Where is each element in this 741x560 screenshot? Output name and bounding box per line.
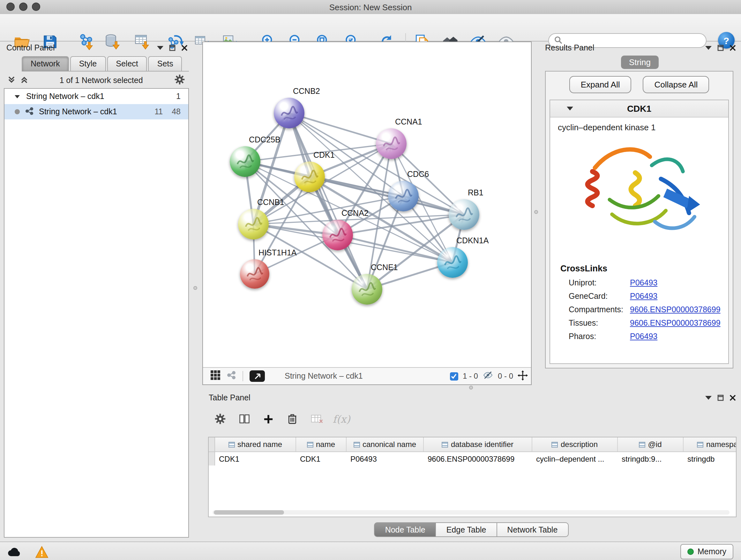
warning-icon[interactable] bbox=[33, 545, 50, 559]
delete-column-icon[interactable] bbox=[283, 410, 301, 428]
crosslink-link[interactable]: P06493 bbox=[630, 292, 657, 300]
tree-expander-icon[interactable] bbox=[15, 95, 20, 98]
float-panel-icon[interactable] bbox=[718, 392, 724, 403]
tab-edge-table[interactable]: Edge Table bbox=[435, 522, 497, 537]
network-type-icon bbox=[25, 106, 34, 117]
tab-network[interactable]: Network bbox=[22, 56, 69, 71]
protein-name: CDK1 bbox=[627, 104, 651, 114]
node-label-CDC6: CDC6 bbox=[407, 170, 429, 179]
table-panel-header: Table Panel bbox=[206, 391, 737, 405]
node-label-CCNA1: CCNA1 bbox=[395, 118, 422, 126]
collapse-all-icon[interactable] bbox=[8, 75, 15, 86]
panel-menu-icon[interactable] bbox=[705, 396, 712, 400]
open-in-new-button[interactable] bbox=[250, 370, 265, 382]
node-label-CCNE1: CCNE1 bbox=[371, 263, 398, 272]
network-canvas[interactable]: CCNB2CCNA1CDC25BCDK1CDC6RB1CCNB1CCNA2CDK… bbox=[203, 42, 531, 367]
tab-select[interactable]: Select bbox=[107, 56, 147, 71]
table-horizontal-scrollbar[interactable] bbox=[212, 510, 730, 515]
network-share-icon[interactable] bbox=[226, 370, 236, 382]
bottom-splitter-handle[interactable] bbox=[469, 386, 473, 389]
selected-checkbox-icon[interactable] bbox=[450, 372, 458, 380]
network-node-CDC6[interactable] bbox=[388, 181, 419, 211]
node-table: shared namenamecanonical namedatabase id… bbox=[208, 437, 737, 517]
column-header-shared-name[interactable]: shared name bbox=[215, 437, 296, 451]
close-panel-icon[interactable] bbox=[730, 42, 736, 54]
network-view: CCNB2CCNA1CDC25BCDK1CDC6RB1CCNB1CCNA2CDK… bbox=[202, 42, 532, 385]
node-label-CCNB1: CCNB1 bbox=[257, 198, 284, 207]
tab-style[interactable]: Style bbox=[70, 56, 106, 71]
column-header-database-identifier[interactable]: database identifier bbox=[424, 437, 532, 451]
column-header-namespace[interactable]: namespace bbox=[684, 437, 737, 451]
main-toolbar: ? bbox=[0, 14, 741, 42]
network-row[interactable]: String Network – cdk1 11 48 bbox=[4, 104, 188, 119]
expand-all-icon[interactable] bbox=[20, 75, 28, 86]
hidden-count: 0 - 0 bbox=[498, 372, 513, 381]
crosslink-link[interactable]: P06493 bbox=[630, 332, 657, 341]
table-panel-title: Table Panel bbox=[209, 393, 251, 402]
column-header-name[interactable]: name bbox=[296, 437, 347, 451]
network-node-CCNB2[interactable] bbox=[274, 98, 305, 128]
crosslink-link[interactable]: 9606.ENSP00000378699 bbox=[630, 305, 721, 314]
tab-node-table[interactable]: Node Table bbox=[374, 522, 436, 537]
network-node-CCNA1[interactable] bbox=[376, 128, 407, 159]
pan-crosshair-icon[interactable] bbox=[518, 370, 528, 382]
row-header-corner bbox=[209, 437, 215, 451]
panel-menu-icon[interactable] bbox=[157, 46, 163, 50]
right-splitter-handle[interactable] bbox=[534, 210, 538, 214]
table-row[interactable]: CDK1CDK1P064939606.ENSP00000378699cyclin… bbox=[209, 452, 736, 465]
crosslink-link[interactable]: P06493 bbox=[630, 278, 657, 287]
column-icon bbox=[307, 442, 313, 447]
protein-accordion-header[interactable]: CDK1 bbox=[550, 100, 728, 118]
control-panel-tabs: NetworkStyleSelectSets bbox=[22, 56, 189, 71]
panel-menu-icon[interactable] bbox=[705, 46, 712, 50]
close-panel-icon[interactable] bbox=[730, 392, 736, 403]
column-icon bbox=[639, 442, 645, 447]
float-panel-icon[interactable] bbox=[169, 42, 176, 54]
tab-network-table[interactable]: Network Table bbox=[496, 522, 568, 537]
node-label-CCNA2: CCNA2 bbox=[341, 209, 368, 218]
network-collection-row[interactable]: String Network – cdk1 1 bbox=[4, 89, 188, 104]
network-options-gear-icon[interactable] bbox=[174, 74, 185, 87]
cloud-status-icon[interactable] bbox=[6, 545, 23, 559]
network-node-CDC25B[interactable] bbox=[230, 146, 260, 177]
column-header-canonical-name[interactable]: canonical name bbox=[347, 437, 424, 451]
delete-table-icon bbox=[308, 410, 326, 428]
table-cell: 9606.ENSP00000378699 bbox=[424, 452, 532, 465]
network-edges bbox=[203, 42, 531, 367]
titlebar: Session: New Session bbox=[0, 0, 741, 15]
expand-all-button[interactable]: Expand All bbox=[569, 76, 631, 93]
network-node-RB1[interactable] bbox=[449, 199, 479, 230]
network-node-CCNB1[interactable] bbox=[238, 209, 269, 240]
network-node-CCNA2[interactable] bbox=[322, 220, 353, 250]
tab-sets[interactable]: Sets bbox=[148, 56, 182, 71]
birdseye-grid-icon[interactable] bbox=[211, 370, 220, 382]
network-selection-count: 1 of 1 Network selected bbox=[33, 76, 169, 85]
network-node-CCNE1[interactable] bbox=[352, 274, 382, 305]
table-header-row: shared namenamecanonical namedatabase id… bbox=[209, 437, 736, 452]
network-node-CDK1[interactable] bbox=[294, 162, 325, 192]
column-header-description[interactable]: description bbox=[532, 437, 618, 451]
crosslink-label: Pharos: bbox=[569, 332, 630, 341]
accordion-expander-icon[interactable] bbox=[567, 107, 573, 111]
control-panel-header: Control Panel bbox=[4, 41, 189, 55]
memory-button[interactable]: Memory bbox=[680, 544, 733, 559]
float-panel-icon[interactable] bbox=[718, 42, 724, 54]
table-cell: P06493 bbox=[347, 452, 424, 465]
string-tab-badge[interactable]: String bbox=[621, 56, 659, 69]
hidden-eye-icon[interactable] bbox=[482, 370, 493, 382]
network-node-HIST1H1A[interactable] bbox=[240, 259, 269, 289]
node-label-HIST1H1A: HIST1H1A bbox=[259, 248, 297, 257]
left-splitter-handle[interactable] bbox=[193, 286, 197, 290]
scrollbar-thumb[interactable] bbox=[214, 510, 284, 515]
close-panel-icon[interactable] bbox=[181, 42, 188, 54]
crosslink-label: Tissues: bbox=[569, 318, 630, 327]
row-header-cell bbox=[209, 452, 215, 465]
column-header--id[interactable]: @id bbox=[618, 437, 684, 451]
crosslink-link[interactable]: 9606.ENSP00000378699 bbox=[630, 318, 721, 327]
crosslink-label: Compartments: bbox=[569, 305, 630, 314]
show-columns-icon[interactable] bbox=[235, 410, 253, 428]
collapse-all-button[interactable]: Collapse All bbox=[643, 76, 710, 93]
add-column-icon[interactable] bbox=[259, 410, 277, 428]
network-node-CDKN1A[interactable] bbox=[437, 247, 468, 278]
table-settings-gear-icon[interactable] bbox=[211, 410, 229, 428]
